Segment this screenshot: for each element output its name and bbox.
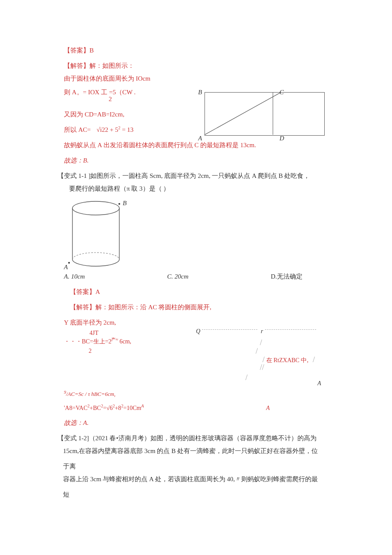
bc-sup: 产≈ xyxy=(111,337,118,342)
pick-a-line: 故选：A. xyxy=(64,415,324,430)
label-a: A xyxy=(198,131,202,146)
bc-pre: ・・・BC=生上=2 xyxy=(64,338,111,345)
ac-sc-row: 9/AC=Sc / τ hBC=6cm, xyxy=(64,387,324,401)
ac-pre: 所以 AC= xyxy=(64,126,91,133)
fig3-slash-1: / xyxy=(260,334,262,352)
bc-line: ・・・BC=生上=2产≈ 6cm, xyxy=(64,334,131,349)
answer-a-label: 【答案】A xyxy=(70,284,324,299)
fig3-slash-4: / xyxy=(313,351,315,369)
svg-line-0 xyxy=(205,92,281,135)
option-d: D.无法确定 xyxy=(271,269,303,284)
a8-bc: +BC xyxy=(89,405,101,411)
a8-tail1: A xyxy=(141,404,144,408)
a8-m: VAC xyxy=(76,405,88,411)
answer-b-label: 【答案】B xyxy=(64,43,324,58)
pick-b-line: 故选：B. xyxy=(64,153,324,168)
rt-label-text: 在 RtZXABC 中, xyxy=(266,357,308,363)
fig3-slash-5: / xyxy=(245,369,248,387)
bc-two: 2 xyxy=(89,344,92,358)
figure1-diagonal xyxy=(205,92,281,135)
variant-1-2b: 15cm,在容器内壁离容器底部 3cm 的点 B 处有一滴蜂蜜，此时一只蚂蚁正好… xyxy=(63,443,324,474)
fig3-rt-label: / 在 RtZXABC 中, xyxy=(262,351,308,369)
figure-cylinder: A B xyxy=(64,196,130,269)
a8-row: 'A8=VAC2+BC2=√62+82=10CmA A xyxy=(64,401,324,416)
cylinder-perimeter: 由于圆柱体的底面周长为 IOcm xyxy=(64,71,324,86)
svg-point-2 xyxy=(68,262,70,264)
fig3-label-a-right: A xyxy=(317,376,321,391)
fig3-slash-2: / xyxy=(256,342,258,360)
a8-n1: =√6 xyxy=(103,405,113,411)
bc-after: 6cm, xyxy=(119,338,131,345)
a8-eq: =10Cm xyxy=(123,405,141,411)
svg-point-3 xyxy=(118,203,120,205)
label-d: D xyxy=(280,131,284,146)
ac-radical: √i22 + 5 xyxy=(97,126,118,133)
cylinder-svg xyxy=(64,196,130,269)
ac-eq: = 13 xyxy=(122,126,133,133)
fig3-dash-right xyxy=(265,329,316,330)
then-a-pre: 则 A。= IOX 工 =5（CW . xyxy=(64,88,135,97)
options-row: A. 10cm C. 20cm D.无法确定 xyxy=(64,269,303,284)
label-b: B xyxy=(198,84,202,100)
a8-tail2: A xyxy=(266,405,270,411)
figure-rectangle-abcd: A B C D xyxy=(196,85,328,141)
fig3-container: 4JT ・・・BC=生上=2产≈ 6cm, 2 Q r / / / 在 RtZX… xyxy=(64,326,324,386)
figure-unfold: Q r / / / 在 RtZXABC 中, / // / A A xyxy=(196,326,324,386)
fig3-label-q: Q xyxy=(196,324,200,339)
variant-1-2c: 容器上沿 3cm 与蜂蜜相对的点 A 处，若该圆柱底面周长为 40,〃则蚂蚁吃到… xyxy=(63,471,324,502)
fig3-dslash: // xyxy=(260,358,264,377)
acsc-main: /AC=Sc / τ hBC=6cm, xyxy=(66,391,115,397)
a8-n2: +8 xyxy=(115,405,121,411)
svg-point-1 xyxy=(72,201,119,215)
document-page: 【答案】B 【解答】解：如图所示： 由于圆柱体的底面周长为 IOcm A B C… xyxy=(0,0,392,555)
label-c: C xyxy=(280,84,284,100)
solution-header-2: 【解答】解：如图所示：沿 AC 将圆柱的侧面展开, xyxy=(70,299,324,315)
fig3-dash-left xyxy=(202,329,257,330)
ac-sup: 2 xyxy=(118,125,120,130)
cyl-label-a: A xyxy=(64,259,68,275)
frac-den-2: 2 xyxy=(109,96,112,102)
cyl-label-b: B xyxy=(123,195,127,211)
a8-l: 'A8= xyxy=(64,405,76,411)
option-c: C. 20cm xyxy=(167,269,188,284)
